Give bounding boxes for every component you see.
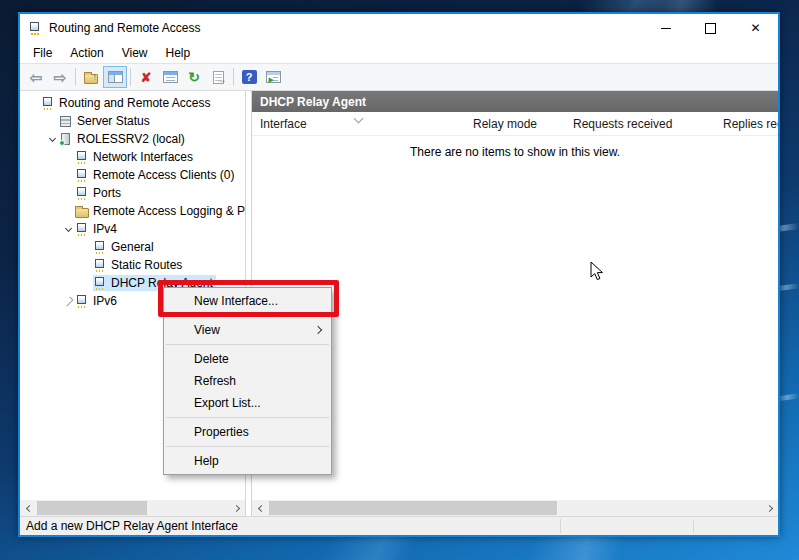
rras-node-icon [41,97,55,110]
menu-action[interactable]: Action [61,44,112,62]
status-separator [560,519,561,533]
menu-separator [166,344,329,345]
mouse-cursor [590,261,604,282]
rras-node-icon [75,223,89,236]
menu-file[interactable]: File [24,44,61,62]
close-button[interactable]: ✕ [733,14,778,42]
context-menu-item-view[interactable]: View [164,319,331,341]
refresh-icon: ↻ [188,70,200,84]
up-one-level-button[interactable]: ↑ [79,66,103,88]
scrollbar-track[interactable] [36,500,229,516]
export-list-button[interactable]: → [206,66,230,88]
title-bar[interactable]: Routing and Remote Access ✕ [20,14,778,42]
scroll-left-icon [25,504,32,511]
scrollbar-thumb[interactable] [37,501,147,515]
rras-node-icon [75,187,89,200]
refresh-button[interactable]: ↻ [182,66,206,88]
tree-item-ports[interactable]: Ports [20,184,245,202]
context-menu-item-refresh[interactable]: Refresh [164,370,331,392]
export-list-icon: → [213,71,224,84]
menu-help[interactable]: Help [157,44,200,62]
rras-node-icon [93,259,107,272]
forward-icon: ⇨ [54,70,67,85]
column-requests-received[interactable]: Requests received [565,117,715,135]
context-menu-item-delete[interactable]: Delete [164,348,331,370]
menu-view[interactable]: View [113,44,157,62]
scroll-left-icon [257,504,264,511]
menu-separator [166,417,329,418]
toolbar-separator [75,68,76,86]
context-menu-item-help[interactable]: Help [164,450,331,472]
minimize-icon [661,28,671,29]
rras-node-icon [75,169,89,182]
tree-item-network-interfaces[interactable]: Network Interfaces [20,148,245,166]
toolbar-separator [130,68,131,86]
tree-item-server-status[interactable]: Server Status [20,112,245,130]
context-menu-item-properties[interactable]: Properties [164,421,331,443]
forward-button[interactable]: ⇨ [48,66,72,88]
column-replies-received[interactable]: Replies rece [715,117,778,135]
menu-separator [166,446,329,447]
tree-item-remote-access-clients[interactable]: Remote Access Clients (0) [20,166,245,184]
back-button[interactable]: ⇦ [24,66,48,88]
minimize-button[interactable] [643,14,688,42]
client-area: Routing and Remote Access Server Status … [20,91,778,516]
back-icon: ⇦ [30,70,43,85]
console-tree-icon [108,71,123,83]
server-status-icon [59,115,73,128]
help-button[interactable]: ? [237,66,261,88]
rras-node-icon [93,277,107,290]
window-title: Routing and Remote Access [49,21,643,35]
status-text: Add a new DHCP Relay Agent Interface [20,519,238,533]
scroll-right-button[interactable] [229,500,245,516]
scroll-right-icon [765,504,772,511]
scroll-right-button[interactable] [762,500,778,516]
tree-item-ipv4[interactable]: IPv4 [20,220,245,238]
toolbar-separator [233,68,234,86]
properties-button[interactable] [158,66,182,88]
delete-icon: ✘ [141,71,152,84]
tree-item-general[interactable]: General [20,238,245,256]
chevron-expanded-icon[interactable] [49,134,56,141]
toolbar: ⇦ ⇨ ↑ ✘ ↻ → ? ▶ [20,63,778,91]
new-window-button[interactable]: ▶ [261,66,285,88]
rras-node-icon [75,295,89,308]
context-menu-item-export-list[interactable]: Export List... [164,392,331,414]
tree-horizontal-scrollbar[interactable] [20,500,245,516]
empty-view-message: There are no items to show in this view. [252,136,778,159]
results-horizontal-scrollbar[interactable] [252,500,778,516]
results-pane-title: DHCP Relay Agent [252,91,778,113]
show-console-tree-button[interactable] [103,66,127,88]
submenu-arrow-icon [314,326,322,334]
routing-remote-access-window: Routing and Remote Access ✕ File Action … [18,12,780,537]
scroll-left-button[interactable] [252,500,268,516]
delete-button[interactable]: ✘ [134,66,158,88]
chevron-expanded-icon[interactable] [65,224,72,231]
tree-item-routing-and-remote-access[interactable]: Routing and Remote Access [20,94,245,112]
tree-item-rolessrv2[interactable]: ROLESSRV2 (local) [20,130,245,148]
rras-node-icon [93,241,107,254]
scroll-left-button[interactable] [20,500,36,516]
folder-icon [75,205,89,218]
server-tower-icon [59,133,73,146]
scroll-right-icon [232,504,239,511]
rras-node-icon [75,151,89,164]
column-relay-mode[interactable]: Relay mode [465,117,565,135]
column-headers: Interface Relay mode Requests received R… [252,113,778,136]
status-separator [693,519,694,533]
tree-item-remote-access-logging[interactable]: Remote Access Logging & Pol [20,202,245,220]
app-icon [28,22,42,35]
close-icon: ✕ [750,22,760,34]
new-window-icon: ▶ [266,71,281,83]
annotation-highlight-box [158,280,339,317]
chevron-collapsed-icon[interactable] [64,296,74,306]
scrollbar-thumb[interactable] [269,501,557,515]
tree-item-static-routes[interactable]: Static Routes [20,256,245,274]
help-icon: ? [242,70,257,84]
scrollbar-track[interactable] [268,500,762,516]
menu-bar: File Action View Help [20,42,778,63]
status-bar: Add a new DHCP Relay Agent Interface [20,516,778,535]
tree-view: Routing and Remote Access Server Status … [20,91,245,310]
maximize-button[interactable] [688,14,733,42]
folder-up-icon: ↑ [84,74,98,84]
